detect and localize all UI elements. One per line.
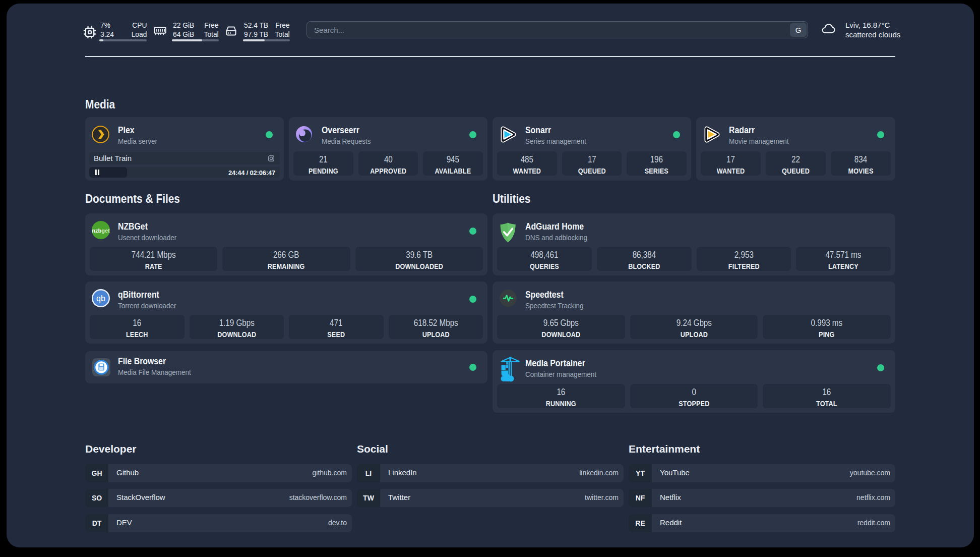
svg-text:nzbget: nzbget [92,228,110,234]
svg-text:qb: qb [96,294,105,303]
